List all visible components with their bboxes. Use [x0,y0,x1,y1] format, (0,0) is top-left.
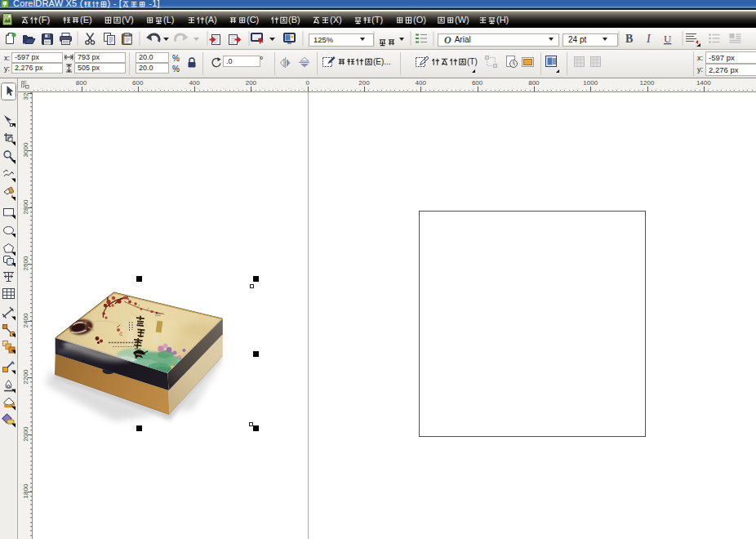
svg-text:U: U [664,33,672,45]
svg-text:I: I [646,33,651,45]
svg-text:B: B [625,33,633,45]
